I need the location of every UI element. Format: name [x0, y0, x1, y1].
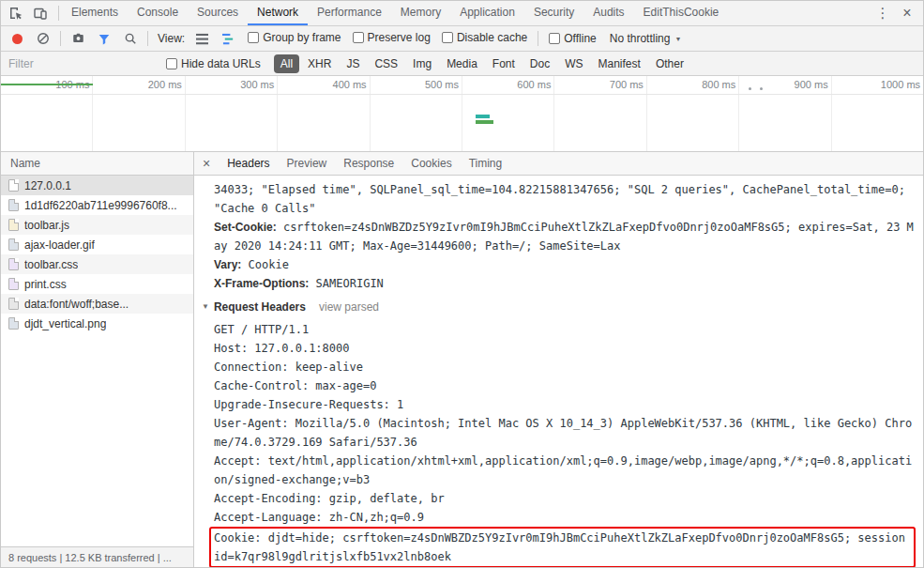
filter-chip-img[interactable]: Img — [406, 54, 438, 73]
disable-cache-checkbox[interactable]: Disable cache — [442, 31, 527, 44]
filter-input[interactable] — [1, 52, 160, 75]
filter-chip-css[interactable]: CSS — [368, 54, 404, 73]
request-row[interactable]: 1d1df6220ab711e9996760f8... — [1, 195, 193, 215]
filter-chip-all[interactable]: All — [274, 54, 299, 73]
waterfall-dot — [749, 87, 751, 90]
network-toolbar: View: Group by framePreserve logDisable … — [1, 26, 923, 52]
timeline-tick-label: 200 ms — [148, 79, 182, 90]
filter-chip-other[interactable]: Other — [649, 54, 690, 73]
file-icon-stylesheet — [8, 258, 19, 270]
filter-chip-ws[interactable]: WS — [558, 54, 589, 73]
throttling-value: No throttling — [610, 32, 671, 45]
request-row[interactable]: toolbar.css — [1, 254, 193, 274]
clear-network-log-icon[interactable] — [31, 26, 55, 51]
disclosure-triangle-icon[interactable]: ▼ — [202, 299, 209, 315]
filter-chip-font[interactable]: Font — [486, 54, 522, 73]
request-row[interactable]: djdt_vertical.png — [1, 314, 193, 333]
group-by-frame-label: Group by frame — [263, 31, 341, 44]
tab-editthiscookie[interactable]: EditThisCookie — [634, 1, 729, 25]
tab-elements[interactable]: Elements — [62, 1, 128, 25]
request-name: toolbar.css — [24, 258, 78, 271]
toolbar-divider — [147, 31, 148, 46]
offline-label: Offline — [564, 32, 596, 45]
detail-tab-cookies[interactable]: Cookies — [402, 152, 460, 175]
tab-performance[interactable]: Performance — [308, 1, 391, 25]
detail-tab-preview[interactable]: Preview — [279, 152, 336, 175]
timeline-tick-label: 600 ms — [517, 79, 551, 90]
request-row[interactable]: data:font/woff;base... — [1, 294, 193, 314]
record-network-log-icon[interactable] — [5, 26, 29, 51]
waterfall-dot — [760, 87, 763, 90]
response-header-name: Vary: — [214, 258, 241, 271]
request-details-panel: × HeadersPreviewResponseCookiesTiming 34… — [194, 152, 923, 567]
type-filter-chips: AllXHRJSCSSImgMediaFontDocWSManifestOthe… — [274, 54, 690, 73]
offline-checkbox[interactable]: Offline — [549, 32, 596, 45]
tab-security[interactable]: Security — [524, 1, 583, 25]
throttling-select[interactable]: No throttling ▼ — [610, 32, 682, 45]
request-headers-section-header[interactable]: ▼Request Headersview parsed — [202, 299, 917, 315]
device-toolbar-icon[interactable] — [28, 1, 53, 25]
response-header-name: X-Frame-Options: — [214, 277, 309, 290]
close-glyph: × — [902, 5, 911, 22]
timeline-tick-label: 500 ms — [425, 79, 459, 90]
file-icon-image — [8, 238, 19, 251]
view-parsed-link[interactable]: view parsed — [319, 299, 379, 315]
request-row[interactable]: ajax-loader.gif — [1, 235, 193, 254]
toolbar-divider — [60, 31, 61, 46]
status-bar: 8 requests | 12.5 KB transferred | ... — [1, 546, 193, 567]
search-icon[interactable] — [118, 26, 143, 51]
toolbar-divider — [58, 6, 59, 21]
request-row[interactable]: 127.0.0.1 — [1, 176, 193, 195]
raw-header-line: Connection: keep-alive — [214, 358, 917, 376]
request-row[interactable]: toolbar.js — [1, 215, 193, 235]
main-tabbar: ElementsConsoleSourcesNetworkPerformance… — [1, 1, 923, 26]
inspect-element-icon[interactable] — [4, 1, 28, 25]
request-name: print.css — [24, 278, 67, 291]
timeline-tick: 500 ms — [371, 76, 462, 151]
tab-network[interactable]: Network — [248, 1, 308, 25]
capture-screenshots-icon[interactable] — [66, 26, 90, 51]
more-options-icon[interactable]: ⋮ — [871, 1, 895, 25]
panel-tabs: ElementsConsoleSourcesNetworkPerformance… — [62, 1, 871, 25]
request-row[interactable]: print.css — [1, 274, 193, 294]
timeline-tick: 100 ms — [1, 76, 93, 151]
filter-chip-media[interactable]: Media — [440, 54, 484, 73]
detail-tab-timing[interactable]: Timing — [461, 152, 511, 175]
preserve-log-checkbox[interactable]: Preserve log — [353, 31, 431, 44]
use-large-rows-icon[interactable] — [189, 26, 214, 51]
response-header-value: SAMEORIGIN — [316, 277, 384, 290]
filter-chip-js[interactable]: JS — [340, 54, 366, 73]
chevron-down-icon: ▼ — [674, 36, 681, 42]
close-devtools-icon[interactable]: × — [895, 1, 919, 25]
file-icon-stylesheet — [8, 278, 19, 290]
tab-application[interactable]: Application — [450, 1, 524, 25]
timeline-tick-label: 800 ms — [702, 79, 735, 90]
group-by-frame-checkbox[interactable]: Group by frame — [248, 31, 341, 44]
toolbar-divider — [538, 31, 538, 46]
raw-header-line: User-Agent: Mozilla/5.0 (Macintosh; Inte… — [214, 414, 917, 452]
preserve-log-label: Preserve log — [368, 31, 431, 44]
filter-chip-xhr[interactable]: XHR — [301, 54, 338, 73]
inspect-icons-group — [1, 1, 55, 25]
response-header-value: 34033; "Elapsed time", SQLPanel_sql_time… — [214, 183, 905, 215]
show-overview-icon[interactable] — [216, 26, 240, 51]
timeline-tick: 800 ms — [647, 76, 739, 151]
tab-audits[interactable]: Audits — [583, 1, 633, 25]
hide-data-urls-checkbox[interactable]: Hide data URLs — [166, 57, 261, 70]
request-name: data:font/woff;base... — [24, 298, 129, 311]
view-label: View: — [158, 32, 185, 45]
request-list-panel: Name 127.0.0.11d1df6220ab711e9996760f8..… — [1, 152, 194, 567]
tab-console[interactable]: Console — [128, 1, 188, 25]
tab-memory[interactable]: Memory — [391, 1, 450, 25]
name-column-header[interactable]: Name — [1, 152, 193, 176]
timeline-tick: 1000 ms — [832, 76, 923, 151]
filter-chip-manifest[interactable]: Manifest — [592, 54, 647, 73]
timeline-overview[interactable]: 100 ms200 ms300 ms400 ms500 ms600 ms700 … — [1, 76, 923, 152]
detail-tab-response[interactable]: Response — [335, 152, 402, 175]
close-details-icon[interactable]: × — [194, 156, 219, 171]
filter-icon[interactable] — [92, 26, 116, 51]
filter-chip-doc[interactable]: Doc — [523, 54, 556, 73]
tab-sources[interactable]: Sources — [188, 1, 248, 25]
raw-header-line: GET / HTTP/1.1 — [214, 320, 917, 339]
detail-tab-headers[interactable]: Headers — [219, 152, 278, 175]
